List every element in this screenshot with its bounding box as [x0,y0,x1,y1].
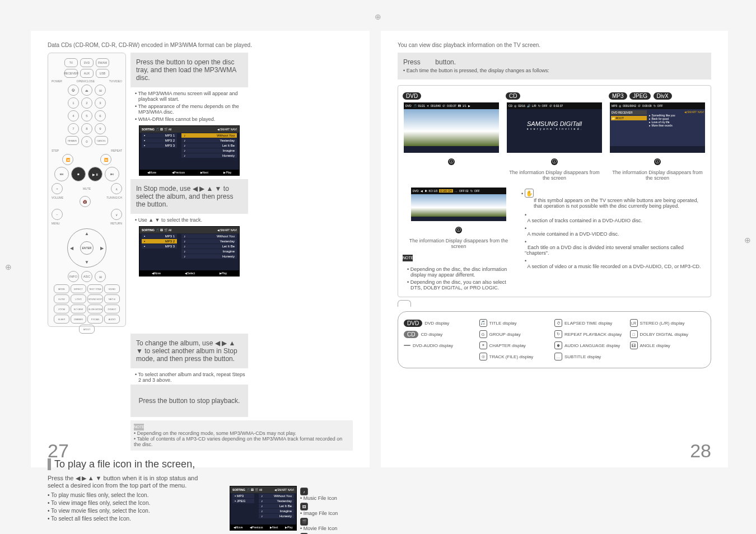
rb2: • Depending on the disc, you can also se… [407,279,515,291]
menu-screenshot-2: SORTING🎵🖼🎬All◀ SMART NAVI ▪ MP3 1 ▪ MP3 … [139,226,240,277]
legend-icon: ◎ [479,353,487,360]
rm-b0: MODE [54,284,69,293]
rm-usb: USB [96,69,109,78]
fi-3: • To view movie files only, select the I… [48,508,213,514]
file-icon-sub: Press the ◀ ▶ ▲ ▼ button when it is in s… [48,475,213,489]
m3b: ▪ MP3 3 [142,244,177,249]
section-file-icon: To play a file icon in the screen, [48,458,353,470]
note-icon: NOTE [134,424,144,430]
menu-screenshot-3: SORTING🎵🖼🎬All◀ SMART NAVI ▪ MP3▪ JPEG ♪ … [230,486,297,531]
pill-mp3: MP3 [609,92,627,100]
leg-image: 🖼 • Image File Icon [300,503,338,516]
rm-b9: EZ VIEW [71,305,86,313]
tv-cd: CD◎02/16🔊L/R↻OFF⏱0:02:37 SAMSUNG DIGITal… [507,102,602,153]
rm-tunedn: ∨ [111,209,122,220]
rm-5: 5 [81,110,92,121]
step-1: Press the button to open the disc tray, … [130,53,248,87]
legend-item: 🗣AUDIO LANGUAGE display [554,341,630,349]
rm-volup: + [52,183,63,194]
legend-label: TITLE display [489,321,517,326]
page-28: You can view disc playback information o… [381,31,728,467]
remote-control: TVDVDFM/AM RECEIVERAUXUSB POWEROPEN/CLOS… [48,53,126,327]
crop-mark-right: ⊕ [744,236,751,245]
rm-power-lbl: POWER [52,79,62,83]
legend-item: □DOLBY DIGITAL display [630,330,706,338]
legend-icon: LR [630,319,638,327]
rm-mute-lbl: MUTE [83,187,91,190]
legend-pill: CD [404,331,418,338]
page-27: Data CDs (CD-ROM, CD-R, CD-RW) encoded i… [31,31,370,467]
mr1: ♪ Without You [181,133,237,138]
rm-step: STEP [52,149,59,152]
page-number-28: 28 [690,440,711,462]
legend-label: CHAPTER display [489,343,526,348]
legend-label: TRACK (FILE) display [489,354,534,359]
rm-b1: EFFECT [71,284,86,293]
page-header-left: Data CDs (CD-ROM, CD-R, CD-RW) encoded i… [48,42,353,48]
rm-b5: LOGO [71,294,86,303]
legend-label: GROUP display [489,332,521,337]
tv-mp3: MP3◎0001/0042⏱0:00:09↻OFF DVD RECEIVER📁 … [610,102,705,153]
rm-1: 1 [68,97,79,109]
rm-tvvid-lbl: TV/VIDEO [109,79,122,83]
rm-tv: TV [64,58,78,67]
legend-icon: 🎵 [479,319,487,327]
rm-tvvid: ⊞ [95,85,106,96]
rm-nav-ring: ▲▼ ◀▶ ENTER [67,228,106,268]
rm-7: 7 [68,123,79,134]
rm-prev: ⏮ [54,167,69,181]
rm-b14: P.SCAN [87,315,103,324]
s3-b: • To select another album and track, rep… [135,372,248,383]
mr3b: ♪ Let It Be [181,244,237,249]
rm-8: 8 [81,123,92,134]
rm-recv: RECEIVER [64,69,78,78]
legend-label: ANGLE display [640,343,670,348]
rm-4: 4 [68,110,79,121]
rm-info: INFO [68,271,79,282]
s2-b: • Use ▲ ▼ to select the track. [135,217,248,223]
rm-open-lbl: OPEN/CLOSE [77,79,95,83]
m3: ▪ MP3 3 [142,143,177,148]
legend-item: 🎞ANGLE display [630,341,706,349]
rm-vol: VOLUME [52,196,63,207]
tv-dvda: DVD◀🗣KO 1/3D 2/0 CH…OFF 02↻OFF [411,188,506,221]
rm-aux: AUX [80,69,94,78]
legend-label: CD display [421,332,442,337]
rm-asc: ASC [81,271,92,282]
info-icon-1: ⓘ [448,158,455,165]
rm-play: ▶⏸ [88,167,102,181]
pill-dvd: DVD [403,92,421,100]
legend-icon: ✶ [479,341,487,349]
rm-fmam: FM/AM [96,58,109,67]
rb1: • Depending on the disc, the disc inform… [407,266,515,278]
legend-item: ↻REPEAT PLAYBACK display [554,330,630,338]
legend-icon: ⏱ [554,319,562,327]
pill-jpeg: JPEG [629,92,651,100]
legend-label: AUDIO LANGUAGE display [564,343,620,348]
page-number-27: 27 [48,440,69,462]
legend-label: STEREO (L/R) display [640,321,685,326]
rm-dvd: DVD [80,58,94,67]
hand-icon: ✋ [525,189,534,198]
right-step: Press button. • Each time the button is … [398,53,711,79]
rm-b6: SOUND EDIT [87,294,103,303]
hand-note: If this symbol appears on the TV screen … [521,198,706,209]
legend-icon: G [479,330,487,338]
info-icon-2: ⓘ [551,158,558,165]
mr4: ♪ Imagine [181,148,237,153]
crop-mark-top: ⊕ [375,12,381,21]
rm-3: 3 [95,97,106,109]
rm-open: ⏏ [81,85,92,96]
rm-remain: REMAIN [66,136,79,145]
rm-b4: SLOW [54,294,69,303]
info-icon-3: ⓘ [654,158,661,165]
legend-item: 🎵TITLE display [479,319,555,327]
fade-dvd: The information Display disappears from … [403,238,515,249]
legend-icon: 🗣 [554,341,562,349]
legend-item: ⏱ELAPSED TIME display [554,319,630,327]
rm-cancel: CANCEL [95,136,108,145]
fi-4: • To select all files select the Icon. [48,516,213,522]
mr2b: ♪ Yesterday [181,239,237,243]
legend-item: DVDDVD display [404,319,479,327]
legend-label: DVD display [424,321,449,326]
